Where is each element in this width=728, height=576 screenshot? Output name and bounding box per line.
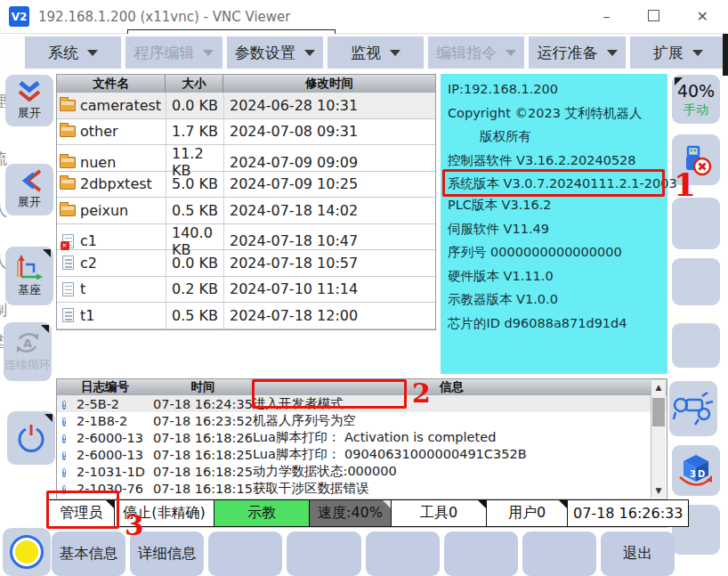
close-button[interactable]: ✕ xyxy=(697,8,708,25)
folder-icon xyxy=(60,100,76,111)
table-row[interactable]: c2 0.0 KB 2024-07-18 10:57 xyxy=(57,250,435,277)
status-indicator-button[interactable] xyxy=(3,528,51,576)
table-row[interactable]: ! 2-6000-13 07-18 16:18:26 Lua脚本打印： Acti… xyxy=(57,429,667,446)
menu-program-edit[interactable]: 程序编辑 xyxy=(125,37,222,69)
tool-button[interactable]: 工具0 xyxy=(391,499,487,527)
scroll-down-icon[interactable]: ▼ xyxy=(651,484,666,498)
col-log-message[interactable]: 信息 xyxy=(253,379,651,395)
file-error-icon xyxy=(62,234,74,248)
info-ip: IP:192.168.1.200 xyxy=(448,81,662,97)
power-button[interactable] xyxy=(7,411,55,465)
menu-edit-command[interactable]: 编辑指令 xyxy=(428,37,524,69)
col-log-id[interactable]: 日志编号 xyxy=(57,379,153,395)
file-table: 文件名 大小 修改时间 cameratest 0.0 KB 2024-06-28… xyxy=(56,74,436,330)
menu-parameter-settings[interactable]: 参数设置 xyxy=(227,37,323,69)
table-row[interactable]: t 0.2 KB 2024-07-10 11:14 xyxy=(57,277,435,304)
info-servo-version: 伺服软件 V11.49 xyxy=(448,221,662,237)
vnc-title-bar: V2 192.168.1.200 (x11vnc) - VNC Viewer –… xyxy=(0,0,728,34)
speed-button[interactable]: 速度:40% xyxy=(309,499,392,527)
menu-system[interactable]: 系统 xyxy=(25,37,121,69)
tab-blank[interactable] xyxy=(366,531,440,576)
bottom-tab-bar: 基本信息 详细信息 退出 xyxy=(52,530,675,576)
table-row[interactable]: ! 2-5B-2 07-18 16:24:35 进入开发者模式. xyxy=(57,395,667,412)
info-copyright-2: 版权所有 xyxy=(448,128,662,144)
expand-left-button[interactable]: 展开 xyxy=(5,164,53,215)
view-3d-button[interactable]: 3 D xyxy=(672,445,720,496)
col-size[interactable]: 大小 xyxy=(166,75,223,93)
drag-teach-button[interactable] xyxy=(669,381,717,436)
folder-icon xyxy=(60,205,76,216)
menu-run-prepare[interactable]: 运行准备 xyxy=(529,37,625,69)
table-row[interactable]: nuen 11.2 KB 2024-07-09 09:09 xyxy=(57,145,435,172)
table-row[interactable]: ! 2-6000-13 07-18 16:18:25 Lua脚本打印： 0904… xyxy=(57,446,667,463)
table-row[interactable]: cameratest 0.0 KB 2024-06-28 10:31 xyxy=(57,93,435,119)
tab-blank[interactable] xyxy=(522,531,596,576)
svg-text:A: A xyxy=(23,337,32,350)
table-row[interactable]: ! 2-1031-1D 07-18 16:18:25 动力学数据状态:00000… xyxy=(57,463,667,480)
table-row[interactable]: peixun 0.5 KB 2024-07-18 14:02 xyxy=(57,198,435,224)
user-frame-button[interactable]: 用户0 xyxy=(486,499,568,527)
file-table-header: 文件名 大小 修改时间 xyxy=(57,75,435,93)
usb-disconnected-button[interactable] xyxy=(672,134,720,185)
info-icon: ! xyxy=(62,434,66,443)
sidebar-blank-button[interactable] xyxy=(672,258,720,305)
svg-text:D: D xyxy=(698,469,705,479)
cube-3d-icon: 3 D xyxy=(676,452,716,490)
info-hardware-version: 硬件版本 V1.11.0 xyxy=(448,268,662,284)
table-row[interactable]: other 1.7 KB 2024-07-08 09:31 xyxy=(57,119,435,146)
minimize-button[interactable]: – xyxy=(603,8,611,25)
col-filename[interactable]: 文件名 xyxy=(57,75,166,93)
occluded-window-edge xyxy=(723,34,728,76)
hand-guide-icon xyxy=(672,391,715,426)
svg-text:3: 3 xyxy=(690,469,696,479)
tab-blank[interactable] xyxy=(208,531,282,576)
system-info-panel: IP:192.168.1.200 Copyright ©2023 艾利特机器人 … xyxy=(441,74,667,374)
speed-mode-button[interactable]: 40% 手动 xyxy=(672,75,720,124)
tab-blank[interactable] xyxy=(287,531,360,576)
col-log-time[interactable]: 时间 xyxy=(153,379,253,395)
folder-icon xyxy=(60,126,76,137)
chevron-down-icon xyxy=(304,50,315,56)
occluded-text-fragment: 制 xyxy=(0,300,7,320)
info-system-version: 系统版本 V3.0.7.20240111.2.1-2003 xyxy=(448,175,662,191)
sidebar-blank-button[interactable] xyxy=(672,323,720,368)
maximize-button[interactable] xyxy=(648,8,659,25)
folder-icon xyxy=(60,157,76,168)
col-modified[interactable]: 修改时间 xyxy=(223,75,435,93)
info-controller-version: 控制器软件 V3.16.2.20240528 xyxy=(448,152,662,168)
menu-extension[interactable]: 扩展 xyxy=(630,37,726,69)
scroll-up-icon[interactable]: ▲ xyxy=(651,380,666,395)
tab-blank[interactable] xyxy=(444,531,518,576)
power-icon xyxy=(17,423,45,453)
table-row[interactable]: ! 2-1030-76 07-18 16:18:15 获取干涉区数据错误 xyxy=(57,480,667,497)
tab-detail-info[interactable]: 详细信息 xyxy=(130,531,204,576)
user-level-button[interactable]: 管理员 xyxy=(48,499,115,527)
chevron-down-icon xyxy=(692,50,703,56)
table-row[interactable]: ! 2-1B8-2 07-18 16:23:52 机器人序列号为空 xyxy=(57,412,667,429)
continuous-loop-button[interactable]: A 连续循环 xyxy=(4,322,52,381)
table-row[interactable]: t1 0.5 KB 2024-07-18 12:00 xyxy=(57,303,435,329)
log-scrollbar[interactable]: ▲ ▼ xyxy=(651,396,666,498)
tab-basic-info[interactable]: 基本信息 xyxy=(52,531,125,576)
teach-mode-button[interactable]: 示教 xyxy=(214,499,310,527)
scrollbar-thumb[interactable] xyxy=(652,398,665,426)
loop-arrows-icon: A xyxy=(12,330,43,355)
coordinate-frame-icon xyxy=(15,254,44,280)
run-state-button[interactable]: 停止(非精确) xyxy=(114,499,214,527)
usb-disconnected-icon xyxy=(678,142,714,178)
menu-monitor[interactable]: 监视 xyxy=(328,37,424,69)
info-plc-version: PLC版本 V3.16.2 xyxy=(448,197,662,213)
vnc-logo-icon: V2 xyxy=(9,6,29,27)
expand-down-button[interactable]: 展开 xyxy=(5,75,53,126)
menu-bar: 系统 程序编辑 参数设置 监视 编辑指令 运行准备 扩展 xyxy=(0,34,728,71)
base-frame-button[interactable]: 基座 xyxy=(5,247,53,305)
sidebar-blank-button[interactable] xyxy=(672,198,720,249)
occluded-text-fragment: 流 xyxy=(0,149,7,169)
info-icon: ! xyxy=(62,401,66,410)
table-row[interactable]: c1 140.0 KB 2024-07-18 10:47 xyxy=(57,224,435,251)
double-chevron-down-icon xyxy=(16,80,43,103)
exit-button[interactable]: 退出 xyxy=(601,531,675,576)
clock-display: 07-18 16:26:33 xyxy=(567,499,689,527)
status-ring-icon xyxy=(10,535,44,569)
table-row[interactable]: 2dbpxtest 5.0 KB 2024-07-09 10:25 xyxy=(57,172,435,199)
